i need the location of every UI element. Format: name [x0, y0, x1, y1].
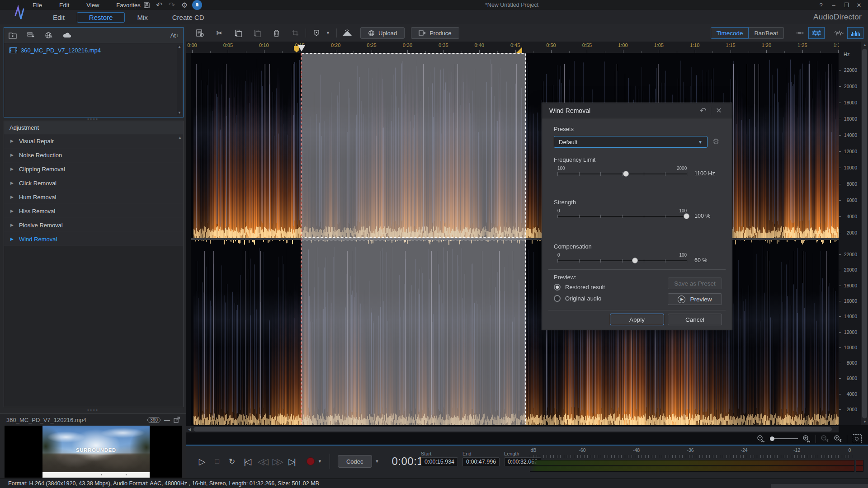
- redo-icon[interactable]: ↷: [167, 1, 177, 9]
- channel-sliders-icon[interactable]: [808, 27, 825, 39]
- marker-dropdown-caret[interactable]: ▼: [326, 31, 330, 35]
- slider-thumb[interactable]: [623, 171, 629, 177]
- zoom-in-horizontal-icon[interactable]: [802, 435, 811, 443]
- minimize-button[interactable]: –: [827, 2, 840, 9]
- save-as-preset-button[interactable]: Save as Preset: [668, 277, 722, 289]
- panel-resize-handle-2[interactable]: ••••: [0, 408, 186, 413]
- adjustment-clip-icon[interactable]: [193, 28, 207, 38]
- loop-button[interactable]: ↻: [226, 457, 238, 466]
- cloud-download-icon[interactable]: [63, 32, 72, 38]
- preset-gear-icon[interactable]: ⚙: [712, 137, 719, 146]
- adjustment-item-wind-removal[interactable]: ▶Wind Removal: [4, 232, 183, 246]
- go-to-end-button[interactable]: ▷|: [286, 456, 297, 467]
- rewind-button[interactable]: ◁◁: [256, 456, 268, 467]
- vertical-scrollbar[interactable]: ▲ ▼: [861, 42, 868, 425]
- cut-icon[interactable]: ✂: [212, 28, 226, 38]
- import-media-icon[interactable]: [9, 32, 17, 39]
- maximize-button[interactable]: ❐: [840, 2, 853, 9]
- dialog-reset-icon[interactable]: ↶: [697, 106, 709, 116]
- expand-arrow-icon[interactable]: ▶: [10, 237, 14, 241]
- radio-original-audio[interactable]: Original audio: [554, 295, 601, 302]
- media-file-item[interactable]: 360_MC_PD_V7_120216.mp4: [4, 43, 183, 57]
- adjustment-item-hum-removal[interactable]: ▶Hum Removal: [4, 190, 183, 204]
- adjustment-item-click-removal[interactable]: ▶Click Removal: [4, 176, 183, 190]
- produce-button[interactable]: Produce: [411, 27, 459, 39]
- barbeat-toggle[interactable]: Bar/Beat: [749, 27, 784, 39]
- waveform-view-icon[interactable]: [831, 27, 847, 39]
- record-button[interactable]: [307, 457, 315, 465]
- download-web-icon[interactable]: [45, 32, 53, 39]
- marker-icon[interactable]: [310, 28, 323, 38]
- sort-by-name-button[interactable]: At↑: [170, 32, 179, 39]
- mode-360-badge[interactable]: 360: [147, 417, 160, 423]
- zoom-fit-icon[interactable]: [852, 434, 862, 443]
- fast-forward-button[interactable]: ▷▷: [271, 456, 283, 467]
- ambisonic-icon[interactable]: [340, 28, 354, 38]
- radio-circle-icon[interactable]: [554, 284, 561, 291]
- zoom-in-vertical-icon[interactable]: [834, 435, 842, 443]
- undo-icon[interactable]: ↶: [154, 1, 164, 9]
- slider-track-0[interactable]: [557, 174, 687, 174]
- slider-thumb[interactable]: [632, 258, 638, 263]
- clip-indicator-right[interactable]: [856, 466, 863, 472]
- adjustment-item-noise-reduction[interactable]: ▶Noise Reduction: [4, 148, 183, 162]
- timecode-toggle[interactable]: Timecode: [711, 27, 749, 39]
- apply-button[interactable]: Apply: [610, 314, 664, 325]
- radio-circle-icon[interactable]: [554, 295, 561, 302]
- spectrogram-canvas[interactable]: [191, 53, 839, 425]
- clip-indicator-left[interactable]: [856, 460, 863, 466]
- timeline-ruler[interactable]: 0:000:050:100:150:200:250:300:350:400:45…: [186, 42, 839, 53]
- delete-icon[interactable]: [269, 28, 283, 38]
- settings-gear-icon[interactable]: ⚙: [179, 1, 189, 9]
- spectral-view-icon[interactable]: [847, 27, 863, 39]
- preset-dropdown[interactable]: Default ▼: [554, 136, 708, 148]
- expand-arrow-icon[interactable]: ▶: [10, 139, 14, 143]
- expand-arrow-icon[interactable]: ▶: [10, 181, 14, 185]
- adjustment-item-visual-repair[interactable]: ▶Visual Repair: [4, 134, 183, 148]
- trim-icon[interactable]: [288, 28, 302, 38]
- tab-restore[interactable]: Restore: [77, 12, 125, 23]
- menu-edit[interactable]: Edit: [57, 2, 71, 9]
- video-preview-frame[interactable]: SURROUNDED: [5, 426, 182, 478]
- adjustment-item-plosive-removal[interactable]: ▶Plosive Removal: [4, 218, 183, 232]
- zoom-out-horizontal-icon[interactable]: [757, 435, 765, 443]
- cancel-button[interactable]: Cancel: [668, 314, 722, 325]
- horizontal-scrollbar[interactable]: ◀: [186, 426, 839, 432]
- record-dropdown-caret[interactable]: ▼: [318, 459, 322, 464]
- radio-restored-result[interactable]: Restored result: [554, 284, 605, 291]
- play-button[interactable]: ▷: [196, 456, 208, 467]
- dialog-close-icon[interactable]: ✕: [713, 106, 725, 115]
- stop-button[interactable]: □: [211, 457, 223, 465]
- close-button[interactable]: ✕: [853, 2, 865, 9]
- copy-icon[interactable]: [231, 28, 245, 38]
- adjustment-item-clipping-removal[interactable]: ▶Clipping Removal: [4, 162, 183, 176]
- tab-edit[interactable]: Edit: [41, 12, 77, 23]
- tab-mix[interactable]: Mix: [125, 12, 160, 23]
- help-button[interactable]: ?: [815, 2, 827, 9]
- expand-arrow-icon[interactable]: ▶: [10, 167, 14, 171]
- playhead-marker[interactable]: [298, 45, 305, 52]
- menu-file[interactable]: File: [31, 2, 44, 9]
- popout-icon[interactable]: [174, 417, 180, 423]
- adjustment-scroll-up-icon[interactable]: ▲: [178, 136, 182, 140]
- tab-create-cd[interactable]: Create CD: [160, 12, 217, 23]
- go-to-start-button[interactable]: |◁: [241, 456, 253, 467]
- slider-track-1[interactable]: [557, 216, 687, 217]
- zoom-out-vertical-icon[interactable]: [821, 435, 829, 443]
- shrink-waveform-icon[interactable]: [792, 27, 808, 39]
- slider-track-2[interactable]: [557, 260, 687, 261]
- save-icon[interactable]: [142, 1, 151, 9]
- preview-button[interactable]: ▶ Preview: [668, 293, 722, 305]
- paste-icon[interactable]: [250, 28, 264, 38]
- expand-arrow-icon[interactable]: ▶: [10, 209, 14, 213]
- expand-arrow-icon[interactable]: ▶: [10, 223, 14, 227]
- zoom-slider[interactable]: [770, 438, 798, 439]
- expand-arrow-icon[interactable]: ▶: [10, 153, 14, 157]
- notification-bell-icon[interactable]: [192, 0, 202, 10]
- codec-dropdown-caret[interactable]: ▼: [375, 459, 379, 464]
- import-file-icon[interactable]: [27, 32, 35, 39]
- codec-button[interactable]: Codec: [338, 455, 372, 468]
- library-scrollbar[interactable]: ▲ ▼: [177, 45, 182, 115]
- expand-arrow-icon[interactable]: ▶: [10, 195, 14, 199]
- slider-thumb[interactable]: [684, 213, 689, 219]
